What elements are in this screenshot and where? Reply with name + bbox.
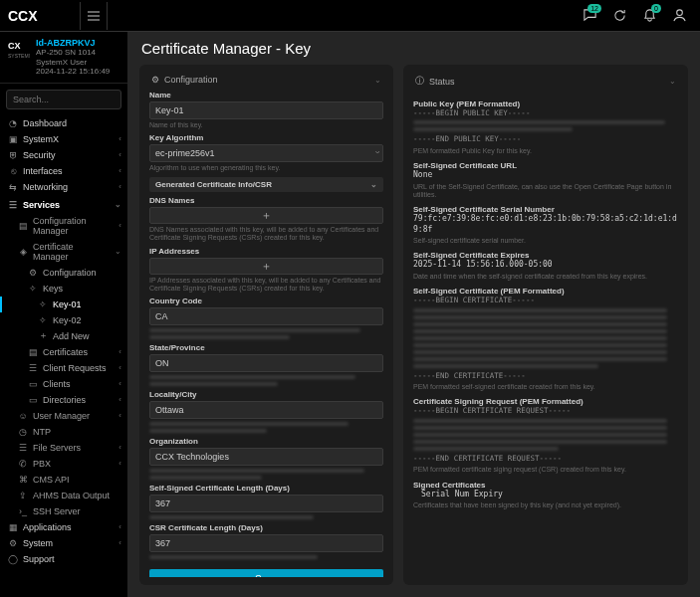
hint-placeholder — [149, 555, 383, 559]
nav-file-servers[interactable]: ☰File Servers‹ — [0, 440, 127, 456]
sslen-label: Self-Signed Certificate Length (Days) — [149, 484, 383, 493]
nav-systemx[interactable]: ▣SystemX‹ — [0, 131, 127, 147]
svg-text:CCX: CCX — [8, 8, 38, 24]
user-icon[interactable] — [666, 3, 692, 29]
menu-toggle[interactable] — [80, 2, 108, 30]
network-icon: ⇆ — [8, 182, 18, 192]
signed-columns: Serial Num Expiry — [413, 490, 678, 499]
bell-icon[interactable]: 0 — [636, 3, 662, 29]
hint-placeholder — [149, 469, 383, 480]
ip-label: IP Addresses — [149, 247, 383, 256]
nav-cert-manager[interactable]: ◈Certificate Manager⌄ — [0, 239, 127, 265]
shield-icon: ⛨ — [8, 150, 18, 160]
generated-section-header[interactable]: Generated Certificate Info/CSR⌄ — [149, 177, 383, 192]
csr-begin: -----BEGIN CERTIFICATE REQUEST----- — [413, 406, 678, 415]
device-sn: AP-250 SN 1014 — [36, 48, 110, 58]
plus-icon: ＋ — [38, 331, 48, 341]
ssurl-label: Self-Signed Certificate URL — [413, 161, 678, 170]
search-input[interactable] — [6, 90, 121, 109]
list-icon: ☰ — [28, 363, 38, 373]
config-panel-header[interactable]: ⚙ Configuration⌄ — [147, 73, 385, 91]
nav-dashboard[interactable]: ◔Dashboard — [0, 115, 127, 131]
ssexp-label: Self-Signed Certificate Expires — [413, 251, 678, 260]
nav-ntp[interactable]: ◷NTP — [0, 424, 127, 440]
hint-placeholder — [149, 328, 383, 339]
phone-icon: ✆ — [18, 459, 28, 469]
ssserial-hint: Self-signed certificate serial number. — [413, 237, 678, 245]
nav-directories[interactable]: ▭Directories‹ — [0, 392, 127, 408]
signed-label: Signed Certificates — [413, 481, 678, 490]
dns-add-button[interactable]: ＋ — [149, 207, 383, 224]
csrlen-label: CSR Certificate Length (Days) — [149, 523, 383, 532]
city-label: Locality/City — [149, 390, 383, 399]
terminal-icon: ›_ — [18, 506, 28, 516]
folder-icon: ▭ — [28, 379, 38, 389]
nav-config-manager[interactable]: ▤Configuration Manager‹ — [0, 213, 127, 239]
nav-pbx[interactable]: ✆PBX‹ — [0, 456, 127, 472]
nav-certificates[interactable]: ▤Certificates‹ — [0, 344, 127, 360]
hint-placeholder — [149, 375, 383, 386]
nav-key-02[interactable]: ✧Key-02 — [0, 312, 127, 328]
nav-security[interactable]: ⛨Security‹ — [0, 147, 127, 163]
nav-add-key[interactable]: ＋Add New — [0, 328, 127, 344]
nav-clients[interactable]: ▭Clients‹ — [0, 376, 127, 392]
plug-icon: ⎋ — [8, 166, 18, 176]
status-panel-header[interactable]: ⓘ Status⌄ — [411, 73, 680, 94]
nav-ssh[interactable]: ›_SSH Server — [0, 503, 127, 519]
sscert-begin: -----BEGIN CERTIFICATE----- — [413, 296, 678, 304]
nav-interfaces[interactable]: ⎋Interfaces‹ — [0, 163, 127, 179]
nav-user-manager[interactable]: ☺User Manager‹ — [0, 408, 127, 424]
gear-icon: ⚙ — [151, 75, 159, 85]
nav-cms-api[interactable]: ⌘CMS API — [0, 472, 127, 488]
nav-ahms[interactable]: ⇪AHMS Data Output — [0, 488, 127, 503]
nav-services[interactable]: ☰Services⌄ — [0, 195, 127, 213]
nav-client-requests[interactable]: ☰Client Requests‹ — [0, 360, 127, 376]
ssexp-hint: Date and time when the self-signed certi… — [413, 273, 678, 281]
nav-support[interactable]: ◯Support — [0, 551, 127, 567]
ip-add-button[interactable]: ＋ — [149, 258, 383, 275]
cert-icon: ◈ — [18, 247, 28, 257]
brand-logo: CCX — [8, 6, 68, 26]
csrlen-input[interactable] — [149, 534, 383, 552]
refresh-icon[interactable] — [606, 3, 632, 29]
chat-icon[interactable]: 12 — [577, 3, 602, 29]
gear-icon: ⚙ — [8, 538, 18, 548]
file-icon: ▤ — [18, 221, 28, 231]
dns-label: DNS Names — [149, 196, 383, 205]
server-icon: ☰ — [18, 443, 28, 453]
folder-icon: ▭ — [28, 395, 38, 405]
state-input[interactable] — [149, 354, 383, 372]
sslen-input[interactable] — [149, 495, 383, 512]
hint-placeholder — [149, 422, 383, 433]
name-input[interactable] — [149, 101, 383, 119]
name-label: Name — [149, 91, 383, 100]
notif-badge: 0 — [651, 4, 661, 13]
nav-cert-config[interactable]: ⚙Configuration — [0, 265, 127, 281]
key-icon: ✧ — [38, 299, 48, 309]
org-input[interactable] — [149, 448, 383, 466]
nav-system[interactable]: ⚙System‹ — [0, 535, 127, 551]
page-title: Certificate Manager - Key — [127, 32, 700, 65]
pubkey-body — [413, 120, 678, 131]
ssurl-value: None — [413, 170, 678, 180]
nav-networking[interactable]: ⇆Networking‹ — [0, 179, 127, 195]
save-button[interactable]: Save — [149, 569, 383, 577]
device-time: 2024-11-22 15:16:49 — [36, 67, 110, 77]
pubkey-begin: -----BEGIN PUBLIC KEY----- — [413, 108, 678, 117]
algo-select[interactable] — [149, 144, 383, 162]
country-input[interactable] — [149, 307, 383, 325]
info-icon: ⓘ — [415, 75, 424, 88]
algo-hint: Algorithm to use when generating this ke… — [149, 164, 383, 172]
nav-key-01[interactable]: ✧Key-01 — [0, 297, 127, 312]
signed-hint: Certificates that have been signed by th… — [413, 501, 678, 509]
nav-applications[interactable]: ▦Applications‹ — [0, 519, 127, 535]
gear-icon: ⚙ — [28, 268, 38, 278]
ip-hint: IP Addresses associated with this key, w… — [149, 277, 383, 294]
algo-label: Key Algorithm — [149, 133, 383, 142]
svg-text:SYSTEMX: SYSTEMX — [8, 53, 30, 59]
pubkey-end: -----END PUBLIC KEY----- — [413, 134, 678, 143]
sscert-body — [413, 308, 678, 368]
users-icon: ☺ — [18, 411, 28, 421]
nav-keys[interactable]: ✧Keys — [0, 281, 127, 297]
city-input[interactable] — [149, 401, 383, 419]
